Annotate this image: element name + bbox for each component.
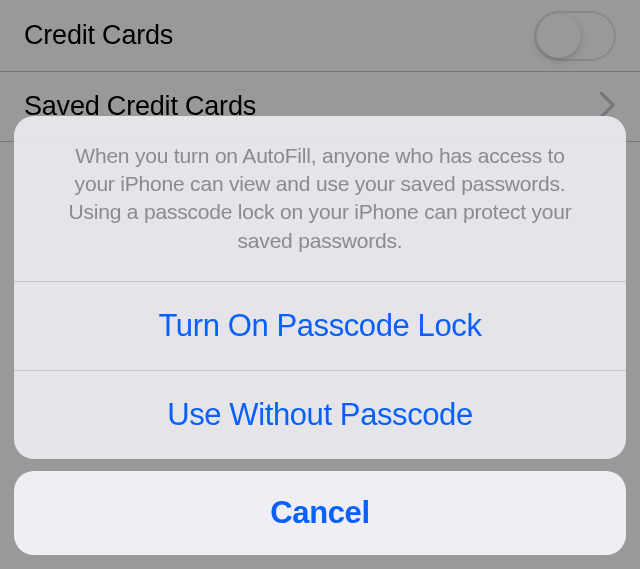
action-sheet-cancel-group: Cancel: [14, 471, 626, 555]
turn-on-passcode-button[interactable]: Turn On Passcode Lock: [14, 282, 626, 371]
action-sheet-message: When you turn on AutoFill, anyone who ha…: [14, 116, 626, 282]
use-without-passcode-button[interactable]: Use Without Passcode: [14, 371, 626, 459]
action-sheet-main: When you turn on AutoFill, anyone who ha…: [14, 116, 626, 459]
cancel-button[interactable]: Cancel: [14, 471, 626, 555]
action-sheet: When you turn on AutoFill, anyone who ha…: [14, 116, 626, 555]
